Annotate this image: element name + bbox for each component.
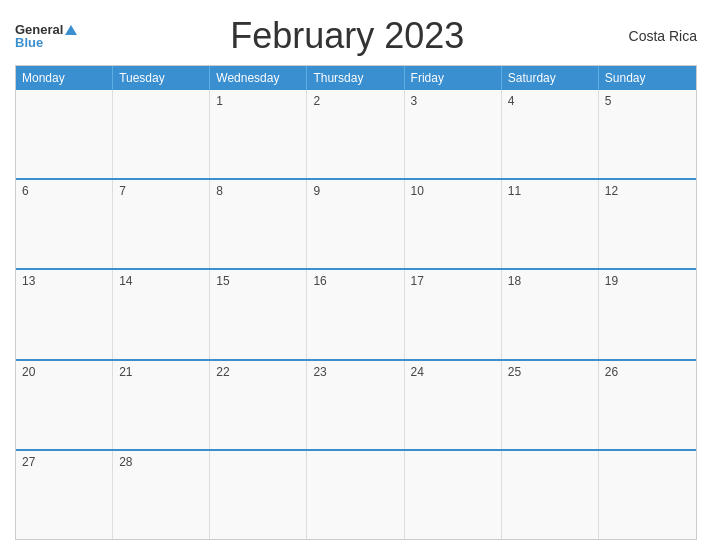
calendar-cell: 20: [16, 361, 113, 449]
header: General Blue February 2023 Costa Rica: [15, 10, 697, 65]
day-number: 2: [313, 94, 320, 108]
calendar-cell: 25: [502, 361, 599, 449]
weekday-header: Thursday: [307, 66, 404, 90]
day-number: 14: [119, 274, 132, 288]
calendar-body: 1234567891011121314151617181920212223242…: [16, 90, 696, 539]
page: General Blue February 2023 Costa Rica Mo…: [0, 0, 712, 550]
calendar-cell: 22: [210, 361, 307, 449]
day-number: 17: [411, 274, 424, 288]
calendar-cell: 6: [16, 180, 113, 268]
day-number: 28: [119, 455, 132, 469]
day-number: 18: [508, 274, 521, 288]
calendar-cell: 23: [307, 361, 404, 449]
calendar-cell: 24: [405, 361, 502, 449]
day-number: 23: [313, 365, 326, 379]
calendar-cell: 5: [599, 90, 696, 178]
calendar-cell: 10: [405, 180, 502, 268]
calendar-cell: 17: [405, 270, 502, 358]
calendar-cell: 14: [113, 270, 210, 358]
calendar-cell: 18: [502, 270, 599, 358]
day-number: 20: [22, 365, 35, 379]
day-number: 9: [313, 184, 320, 198]
day-number: 13: [22, 274, 35, 288]
calendar-cell: [113, 90, 210, 178]
calendar-cell: 4: [502, 90, 599, 178]
logo-triangle-icon: [65, 25, 77, 35]
day-number: 11: [508, 184, 521, 198]
calendar-cell: 28: [113, 451, 210, 539]
weekday-header: Friday: [405, 66, 502, 90]
weekday-header: Monday: [16, 66, 113, 90]
calendar-week: 20212223242526: [16, 361, 696, 451]
calendar-cell: 2: [307, 90, 404, 178]
weekday-header: Saturday: [502, 66, 599, 90]
day-number: 26: [605, 365, 618, 379]
calendar-cell: [16, 90, 113, 178]
weekday-header: Sunday: [599, 66, 696, 90]
calendar-cell: 1: [210, 90, 307, 178]
calendar-week: 2728: [16, 451, 696, 539]
calendar-cell: 3: [405, 90, 502, 178]
day-number: 24: [411, 365, 424, 379]
calendar-cell: [210, 451, 307, 539]
day-number: 1: [216, 94, 223, 108]
calendar-cell: 11: [502, 180, 599, 268]
day-number: 7: [119, 184, 126, 198]
calendar-cell: 19: [599, 270, 696, 358]
day-number: 27: [22, 455, 35, 469]
day-number: 21: [119, 365, 132, 379]
calendar-cell: 8: [210, 180, 307, 268]
calendar-cell: [502, 451, 599, 539]
calendar: MondayTuesdayWednesdayThursdayFridaySatu…: [15, 65, 697, 540]
calendar-cell: 13: [16, 270, 113, 358]
day-number: 12: [605, 184, 618, 198]
day-number: 6: [22, 184, 29, 198]
country-label: Costa Rica: [617, 28, 697, 44]
day-number: 4: [508, 94, 515, 108]
day-number: 25: [508, 365, 521, 379]
calendar-cell: 7: [113, 180, 210, 268]
weekday-header: Wednesday: [210, 66, 307, 90]
calendar-cell: [599, 451, 696, 539]
calendar-cell: [307, 451, 404, 539]
weekday-header: Tuesday: [113, 66, 210, 90]
day-number: 3: [411, 94, 418, 108]
calendar-week: 6789101112: [16, 180, 696, 270]
calendar-header: MondayTuesdayWednesdayThursdayFridaySatu…: [16, 66, 696, 90]
day-number: 15: [216, 274, 229, 288]
calendar-cell: 9: [307, 180, 404, 268]
calendar-cell: 21: [113, 361, 210, 449]
calendar-week: 13141516171819: [16, 270, 696, 360]
calendar-title: February 2023: [77, 15, 617, 57]
calendar-week: 12345: [16, 90, 696, 180]
calendar-cell: 12: [599, 180, 696, 268]
calendar-cell: 15: [210, 270, 307, 358]
day-number: 8: [216, 184, 223, 198]
day-number: 10: [411, 184, 424, 198]
calendar-cell: 26: [599, 361, 696, 449]
day-number: 22: [216, 365, 229, 379]
day-number: 5: [605, 94, 612, 108]
day-number: 19: [605, 274, 618, 288]
day-number: 16: [313, 274, 326, 288]
logo: General Blue: [15, 23, 77, 49]
logo-blue: Blue: [15, 36, 43, 49]
calendar-cell: 16: [307, 270, 404, 358]
calendar-cell: [405, 451, 502, 539]
calendar-cell: 27: [16, 451, 113, 539]
